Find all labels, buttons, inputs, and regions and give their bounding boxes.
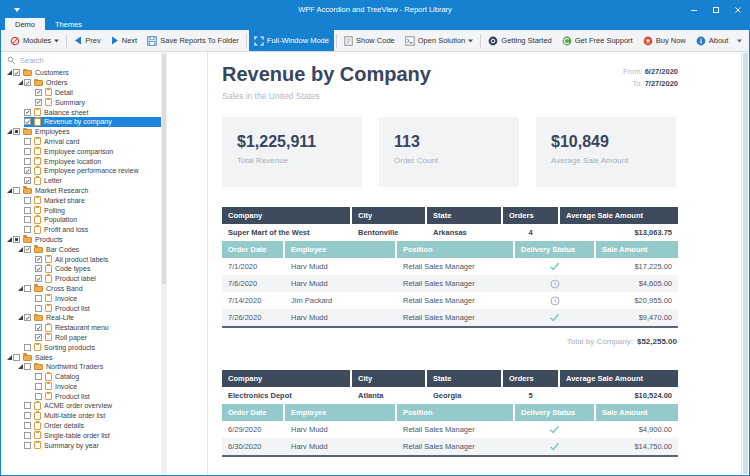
save-reports-to-folder-button[interactable]: Save Reports To Folder xyxy=(142,30,244,51)
company-row[interactable]: Electronics DepotAtlantaGeorgia5$10,524.… xyxy=(222,387,678,404)
order-row[interactable]: 7/1/2020Harv MuddRetail Sales Manager$17… xyxy=(222,258,678,275)
tree-item-customers[interactable]: Customers xyxy=(1,68,207,78)
tree-item-product-list[interactable]: Product list xyxy=(1,303,207,313)
column-header-city[interactable]: City xyxy=(352,207,425,224)
checkbox[interactable] xyxy=(24,79,31,86)
tab-demo[interactable]: Demo xyxy=(5,18,45,30)
column-header-average-sale-amount[interactable]: Average Sale Amount xyxy=(560,207,678,224)
expander-icon[interactable] xyxy=(16,364,24,369)
toolbar-overflow-button[interactable] xyxy=(737,39,745,43)
expander-icon[interactable] xyxy=(16,247,24,252)
report-scrollbar[interactable] xyxy=(741,52,749,475)
tree-item-orders[interactable]: Orders xyxy=(1,78,207,88)
checkbox[interactable] xyxy=(24,148,31,155)
column-header-employee[interactable]: Employee xyxy=(285,241,395,258)
column-header-average-sale-amount[interactable]: Average Sale Amount xyxy=(560,370,678,387)
expander-icon[interactable] xyxy=(5,237,13,242)
checkbox[interactable] xyxy=(24,285,31,292)
tree-item-balance-sheet[interactable]: Balance sheet xyxy=(1,107,207,117)
tree-item-restaurant-menu[interactable]: Restaurant menu xyxy=(1,323,207,333)
sidebar-scrollbar-thumb[interactable] xyxy=(162,54,166,284)
checkbox[interactable] xyxy=(24,216,31,223)
checkbox[interactable] xyxy=(24,138,31,145)
expander-icon[interactable] xyxy=(16,80,24,85)
checkbox[interactable] xyxy=(24,207,31,214)
column-header-sale-amount[interactable]: Sale Amount xyxy=(596,241,678,258)
column-header-orders[interactable]: Orders xyxy=(503,207,558,224)
column-header-company[interactable]: Company xyxy=(222,370,350,387)
checkbox[interactable] xyxy=(24,412,31,419)
checkbox[interactable] xyxy=(35,89,42,96)
checkbox[interactable] xyxy=(35,383,42,390)
tree-item-roll-paper[interactable]: Roll paper xyxy=(1,333,207,343)
expander-icon[interactable] xyxy=(5,355,13,360)
column-header-city[interactable]: City xyxy=(352,370,425,387)
checkbox[interactable] xyxy=(24,422,31,429)
checkbox[interactable] xyxy=(24,402,31,409)
show-code-button[interactable]: Show Code xyxy=(339,30,400,51)
column-header-orders[interactable]: Orders xyxy=(503,370,558,387)
column-header-state[interactable]: State xyxy=(427,207,501,224)
checkbox[interactable] xyxy=(24,246,31,253)
expander-icon[interactable] xyxy=(5,70,13,75)
tree-item-product-label[interactable]: Product label xyxy=(1,274,207,284)
tree-item-acme-order-overview[interactable]: ACME order overview xyxy=(1,401,207,411)
tree-item-invoice[interactable]: Invoice xyxy=(1,293,207,303)
order-row[interactable]: 6/29/2020Harv MuddRetail Sales Manager$4… xyxy=(222,421,678,438)
modules-button[interactable]: Modules xyxy=(5,30,64,51)
tree-item-bar-codes[interactable]: Bar Codes xyxy=(1,244,207,254)
checkbox[interactable] xyxy=(35,256,42,263)
company-row[interactable]: Super Mart of the WestBentonvilleArkansa… xyxy=(222,224,678,241)
checkbox[interactable] xyxy=(24,118,31,125)
expander-icon[interactable] xyxy=(5,188,13,193)
checkbox[interactable] xyxy=(35,334,42,341)
checkbox[interactable] xyxy=(24,167,31,174)
checkbox[interactable] xyxy=(24,442,31,449)
checkbox[interactable] xyxy=(35,275,42,282)
sidebar-scrollbar[interactable] xyxy=(161,52,167,475)
tree-item-summary[interactable]: Summary xyxy=(1,97,207,107)
about-button[interactable]: About xyxy=(691,30,734,51)
checkbox[interactable] xyxy=(13,187,20,194)
tree-item-employee-location[interactable]: Employee location xyxy=(1,156,207,166)
column-header-order-date[interactable]: Order Date xyxy=(222,404,283,421)
tree-item-product-list[interactable]: Product list xyxy=(1,391,207,401)
order-row[interactable]: 7/6/2020Harv MuddRetail Sales Manager$4,… xyxy=(222,275,678,292)
checkbox[interactable] xyxy=(35,265,42,272)
getting-started-button[interactable]: Getting Started xyxy=(483,30,556,51)
tree-item-profit-and-loss[interactable]: Profit and loss xyxy=(1,225,207,235)
checkbox[interactable] xyxy=(24,363,31,370)
next-button[interactable]: Next xyxy=(106,30,142,51)
column-header-position[interactable]: Position xyxy=(397,241,513,258)
checkbox[interactable] xyxy=(24,197,31,204)
tree-item-employee-performance-review[interactable]: Employee performance review xyxy=(1,166,207,176)
tree-item-single-table-order-list[interactable]: Single-table order list xyxy=(1,430,207,440)
checkbox[interactable] xyxy=(24,344,31,351)
column-header-employee[interactable]: Employee xyxy=(285,404,395,421)
checkbox[interactable] xyxy=(13,354,20,361)
tree-item-northwind-traders[interactable]: Northwind Traders xyxy=(1,362,207,372)
tree-item-catalog[interactable]: Catalog xyxy=(1,372,207,382)
column-header-state[interactable]: State xyxy=(427,370,501,387)
get-free-support-button[interactable]: Get Free Support xyxy=(557,30,638,51)
tree-item-multi-table-order-list[interactable]: Multi-table order list xyxy=(1,411,207,421)
tree-item-market-research[interactable]: Market Research xyxy=(1,186,207,196)
column-header-delivery-status[interactable]: Delivery Status xyxy=(515,241,594,258)
tree-item-letter[interactable]: Letter xyxy=(1,176,207,186)
buy-now-button[interactable]: Buy Now xyxy=(638,30,691,51)
checkbox[interactable] xyxy=(13,69,20,76)
open-solution-button[interactable]: Open Solution xyxy=(400,30,479,51)
full-window-mode-button[interactable]: Full-Window Mode xyxy=(249,30,334,51)
column-header-position[interactable]: Position xyxy=(397,404,513,421)
checkbox[interactable] xyxy=(13,128,20,135)
tree-item-arrival-card[interactable]: Arrival card xyxy=(1,137,207,147)
tree-item-all-product-labels[interactable]: All product labels xyxy=(1,254,207,264)
search-box[interactable] xyxy=(1,52,207,68)
tree-item-cross-band[interactable]: Cross Band xyxy=(1,284,207,294)
tree-item-order-details[interactable]: Order details xyxy=(1,421,207,431)
maximize-button[interactable] xyxy=(705,1,727,18)
checkbox[interactable] xyxy=(35,305,42,312)
checkbox[interactable] xyxy=(35,295,42,302)
checkbox[interactable] xyxy=(35,393,42,400)
column-header-sale-amount[interactable]: Sale Amount xyxy=(596,404,678,421)
